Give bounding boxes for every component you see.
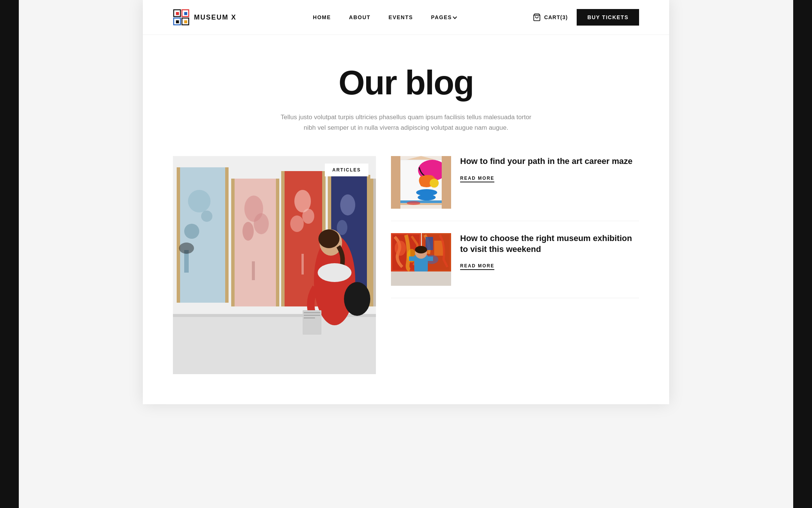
svg-point-39 [337,220,347,235]
svg-point-38 [340,194,355,215]
articles-badge: ARTICLES [325,164,368,176]
featured-bg [173,156,376,374]
svg-point-77 [415,246,427,253]
article-thumb-2 [391,233,451,286]
side-panel-left [0,0,19,508]
cart-label: CART(3) [544,14,568,20]
svg-point-31 [290,215,304,232]
abstract-art-image [391,156,451,209]
article-card-2: How to choose the right museum exhibitio… [391,221,639,298]
svg-point-57 [430,179,439,188]
svg-point-68 [395,241,406,256]
svg-rect-79 [427,256,433,261]
svg-rect-48 [303,310,321,335]
blog-section: ARTICLES [143,156,669,404]
svg-point-46 [318,263,351,282]
cart-button[interactable]: CART(3) [533,13,568,21]
svg-rect-33 [301,254,304,274]
svg-point-24 [242,222,254,241]
svg-point-61 [407,201,420,205]
svg-rect-51 [304,317,315,318]
article-thumb-1 [391,156,451,209]
svg-rect-7 [184,20,187,23]
svg-rect-63 [442,156,451,209]
logo-icon [173,9,189,26]
page-wrapper: MUSEUM X HOME ABOUT EVENTS PAGES CART(3)… [143,0,669,404]
svg-point-47 [344,282,370,316]
svg-rect-10 [173,314,376,374]
nav-about[interactable]: ABOUT [349,14,370,20]
article-card-1: How to find your path in the art career … [391,156,639,221]
nav-pages[interactable]: PAGES [431,14,456,20]
svg-rect-4 [176,12,179,15]
svg-point-45 [318,229,339,248]
header-actions: CART(3) BUY TICKETS [533,9,639,26]
featured-post: ARTICLES [173,156,376,374]
svg-rect-6 [176,20,179,23]
article-info-1: How to find your path in the art career … [460,156,639,182]
svg-rect-37 [367,175,370,306]
nav-home[interactable]: HOME [313,14,331,20]
read-more-2[interactable]: READ MORE [460,263,494,270]
svg-rect-14 [225,167,229,303]
svg-rect-62 [391,156,400,209]
logo-text: MUSEUM X [194,14,236,21]
pages-chevron-icon [453,15,457,19]
svg-point-15 [188,190,211,212]
buy-tickets-button[interactable]: BUY TICKETS [577,9,639,26]
svg-rect-12 [177,167,180,303]
svg-rect-50 [304,315,320,316]
page-title: Our blog [173,65,639,101]
hero-section: Our blog Tellus justo volutpat turpis ul… [143,35,669,156]
nav-events[interactable]: EVENTS [389,14,413,20]
cart-icon [533,13,541,21]
hero-subtitle: Tellus justo volutpat turpis ultricies p… [274,112,538,134]
svg-rect-26 [252,261,255,280]
svg-point-17 [201,211,212,222]
svg-point-59 [418,194,436,200]
svg-rect-41 [370,179,373,306]
svg-rect-65 [391,271,451,286]
article-title-1: How to find your path in the art career … [460,156,639,167]
svg-point-19 [179,243,194,254]
svg-rect-42 [373,179,376,306]
svg-rect-49 [304,312,320,313]
side-panel-right [793,0,812,508]
svg-rect-78 [409,256,415,261]
svg-point-16 [184,224,199,239]
header: MUSEUM X HOME ABOUT EVENTS PAGES CART(3)… [143,0,669,35]
articles-list: How to find your path in the art career … [391,156,639,374]
svg-point-32 [302,209,314,224]
svg-rect-72 [426,237,433,250]
museum-image [391,233,451,286]
svg-rect-20 [231,179,235,306]
svg-rect-5 [184,12,187,15]
svg-rect-22 [276,179,279,306]
article-info-2: How to choose the right museum exhibitio… [460,233,639,270]
gallery-paintings [173,156,376,374]
featured-image: ARTICLES [173,156,376,374]
main-nav: HOME ABOUT EVENTS PAGES [313,14,456,20]
logo[interactable]: MUSEUM X [173,9,236,26]
read-more-1[interactable]: READ MORE [460,176,494,182]
svg-rect-27 [281,171,285,306]
svg-point-25 [254,213,269,234]
article-title-2: How to choose the right museum exhibitio… [460,233,639,255]
